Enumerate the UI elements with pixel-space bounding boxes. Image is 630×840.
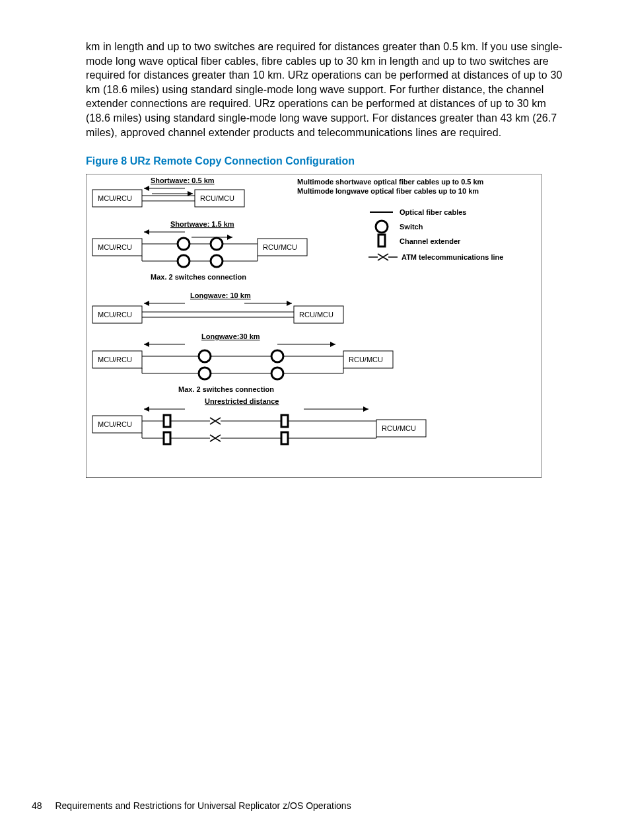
- legend-atm: ATM telecommunications line: [402, 253, 503, 261]
- svg-text:RCU/MCU: RCU/MCU: [263, 243, 297, 251]
- figure-caption: Figure 8 URz Remote Copy Connection Conf…: [86, 155, 571, 167]
- svg-text:MCU/RCU: MCU/RCU: [98, 194, 132, 202]
- svg-point-32: [178, 255, 190, 267]
- svg-text:MCU/RCU: MCU/RCU: [98, 420, 132, 428]
- page-footer: 48 Requirements and Restrictions for Uni…: [32, 800, 351, 811]
- legend-hdr1: Multimode shortwave optical fiber cables…: [297, 178, 484, 186]
- svg-rect-74: [164, 415, 170, 427]
- svg-rect-84: [281, 432, 288, 444]
- svg-rect-81: [164, 432, 170, 444]
- legend-hdr2: Multimode longwave optical fiber cables …: [297, 187, 479, 195]
- svg-text:MCU/RCU: MCU/RCU: [98, 311, 132, 319]
- svg-text:MCU/RCU: MCU/RCU: [98, 243, 132, 251]
- svg-text:Max. 2 switches connection: Max. 2 switches connection: [178, 385, 274, 393]
- svg-text:MCU/RCU: MCU/RCU: [98, 356, 132, 363]
- svg-text:Shortwave: 0.5 km: Shortwave: 0.5 km: [151, 176, 215, 184]
- svg-point-61: [199, 367, 211, 379]
- svg-text:RCU/MCU: RCU/MCU: [349, 356, 383, 363]
- svg-text:RCU/MCU: RCU/MCU: [382, 424, 416, 432]
- svg-text:RCU/MCU: RCU/MCU: [299, 311, 333, 319]
- figure-diagram: Multimode shortwave optical fiber cables…: [86, 174, 571, 480]
- footer-title: Requirements and Restrictions for Univer…: [55, 800, 351, 811]
- svg-text:Unrestricted distance: Unrestricted distance: [205, 397, 279, 405]
- svg-rect-77: [281, 415, 288, 427]
- svg-text:Longwave: 10 km: Longwave: 10 km: [190, 291, 251, 299]
- svg-point-27: [178, 238, 190, 250]
- svg-point-62: [271, 367, 283, 379]
- svg-point-56: [199, 350, 211, 362]
- svg-text:Shortwave: 1.5 km: Shortwave: 1.5 km: [170, 220, 234, 228]
- body-paragraph: km in length and up to two switches are …: [86, 40, 571, 139]
- legend-line: Optical fiber cables: [400, 208, 466, 216]
- svg-text:Longwave:30 km: Longwave:30 km: [201, 332, 260, 340]
- svg-rect-0: [86, 174, 542, 478]
- svg-text:Max. 2 switches connection: Max. 2 switches connection: [151, 273, 246, 281]
- svg-point-57: [271, 350, 283, 362]
- page-number: 48: [32, 800, 42, 811]
- legend-switch: Switch: [400, 223, 423, 231]
- svg-point-33: [211, 255, 223, 267]
- legend-extender: Channel extender: [400, 237, 461, 245]
- svg-text:RCU/MCU: RCU/MCU: [200, 194, 234, 202]
- svg-point-28: [211, 238, 223, 250]
